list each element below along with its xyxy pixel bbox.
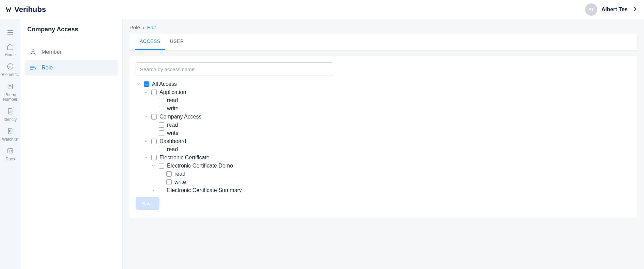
- tree-leaf[interactable]: read: [158, 170, 629, 178]
- checkbox[interactable]: [159, 98, 164, 103]
- menu-toggle[interactable]: [6, 29, 14, 36]
- chevron-down-icon[interactable]: [143, 90, 149, 95]
- chevron-down-icon[interactable]: [143, 155, 149, 160]
- tree-node-root[interactable]: All Access: [136, 80, 629, 88]
- tab-access[interactable]: ACCESS: [135, 34, 165, 50]
- checkbox[interactable]: [159, 163, 164, 169]
- chevron-down-icon[interactable]: [151, 163, 156, 169]
- checkbox[interactable]: [151, 90, 157, 95]
- rail-label: Biometric: [2, 72, 19, 77]
- tree-node[interactable]: Company Access: [143, 113, 629, 121]
- rail-item-biometric[interactable]: AI Biometric: [2, 63, 19, 77]
- tree-leaf[interactable]: read: [151, 121, 629, 129]
- tree-node[interactable]: Electronic Certificate: [143, 154, 629, 162]
- rail-item-phone[interactable]: Phone Number: [0, 83, 20, 102]
- svg-rect-2: [8, 84, 13, 89]
- sidebar-item-member[interactable]: Member: [25, 44, 118, 60]
- user-menu[interactable]: AT Albert Tes: [585, 3, 639, 16]
- tree-node-label: Company Access: [159, 114, 202, 120]
- checkbox[interactable]: [151, 114, 157, 120]
- rail-item-docs[interactable]: Docs: [5, 147, 15, 161]
- brand-logo-icon: [5, 6, 12, 13]
- rail-label: Docs: [5, 157, 15, 161]
- main-content: Role › Edit ACCESS USER All Access: [123, 19, 644, 269]
- tree-node-label: read: [167, 97, 178, 104]
- tree-node-label: All Access: [152, 81, 177, 87]
- rail-label: Watchlist: [2, 137, 18, 142]
- chevron-down-icon[interactable]: [143, 114, 149, 120]
- chevron-down-icon[interactable]: [136, 81, 141, 87]
- checkbox[interactable]: [151, 155, 157, 160]
- tree-node[interactable]: Electronic Certificate Demo: [151, 162, 629, 170]
- rail-item-watchlist[interactable]: Watchlist: [2, 127, 18, 142]
- breadcrumb: Role › Edit: [129, 25, 637, 30]
- checkbox[interactable]: [159, 106, 164, 111]
- tree-node[interactable]: Application: [143, 88, 629, 96]
- checkbox[interactable]: [159, 130, 164, 136]
- sidebar-title: Company Access: [25, 26, 118, 36]
- tree-node-label: Electronic Certificate: [159, 155, 210, 161]
- tree-node-label: Electronic Certificate Demo: [167, 163, 233, 169]
- checkbox[interactable]: [151, 139, 157, 144]
- sidebar-item-label: Member: [42, 49, 62, 55]
- avatar: AT: [585, 3, 597, 16]
- access-panel: All Access Application: [129, 56, 637, 218]
- tree-leaf[interactable]: read: [151, 96, 629, 105]
- tree-node-label: Electronic Certificate Summary: [167, 187, 242, 192]
- tree-node-label: write: [167, 106, 179, 112]
- checkbox[interactable]: [159, 188, 164, 192]
- tree-node-label: read: [167, 122, 178, 128]
- tree-leaf[interactable]: write: [151, 105, 629, 113]
- tree-node-label: Application: [159, 89, 186, 95]
- rail-label: Identity: [4, 117, 17, 122]
- tree-node-label: write: [174, 179, 186, 185]
- brand[interactable]: Verihubs: [5, 5, 46, 14]
- tree-node-label: read: [167, 146, 178, 153]
- save-button[interactable]: Save: [136, 197, 159, 210]
- rail-item-identity[interactable]: Identity: [4, 108, 17, 122]
- search-input[interactable]: [136, 62, 333, 76]
- tree-node-label: read: [174, 171, 185, 177]
- svg-point-5: [9, 130, 11, 132]
- brand-name: Verihubs: [14, 5, 46, 14]
- chevron-down-icon[interactable]: [151, 188, 156, 192]
- tree-node-label: write: [167, 130, 179, 136]
- tree-node-label: Dashboard: [159, 138, 186, 144]
- nav-rail: Home AI Biometric Phone Number Identity …: [0, 19, 20, 269]
- rail-label: Home: [5, 52, 16, 57]
- tree-node[interactable]: Electronic Certificate Summary: [151, 186, 629, 192]
- checkbox[interactable]: [159, 147, 164, 152]
- svg-rect-3: [8, 108, 12, 114]
- chevron-down-icon[interactable]: [143, 139, 149, 144]
- checkbox[interactable]: [166, 179, 172, 185]
- checkbox[interactable]: [159, 122, 164, 128]
- access-tree[interactable]: All Access Application: [136, 80, 631, 192]
- sidebar: Company Access Member Role: [20, 19, 123, 269]
- rail-label: Phone Number: [0, 92, 20, 102]
- chevron-right-icon: ›: [143, 25, 144, 30]
- sidebar-item-role[interactable]: Role: [25, 60, 118, 76]
- tree-leaf[interactable]: write: [158, 178, 629, 186]
- svg-rect-4: [8, 128, 12, 134]
- checkbox[interactable]: [166, 171, 172, 177]
- tree-leaf[interactable]: write: [151, 129, 629, 137]
- tree-node[interactable]: Dashboard: [143, 137, 629, 145]
- svg-text:AI: AI: [9, 65, 11, 68]
- svg-point-7: [32, 50, 34, 52]
- sidebar-item-label: Role: [42, 65, 53, 71]
- chevron-right-icon: [632, 5, 639, 14]
- tree-leaf[interactable]: read: [151, 145, 629, 154]
- rail-item-home[interactable]: Home: [5, 43, 16, 57]
- checkbox-indeterminate[interactable]: [144, 81, 149, 87]
- tab-bar: ACCESS USER: [129, 34, 637, 50]
- username: Albert Tes: [601, 6, 628, 13]
- topbar: Verihubs AT Albert Tes: [0, 0, 644, 19]
- tab-user[interactable]: USER: [165, 34, 189, 50]
- breadcrumb-current: Edit: [147, 25, 156, 30]
- breadcrumb-root[interactable]: Role: [129, 25, 140, 30]
